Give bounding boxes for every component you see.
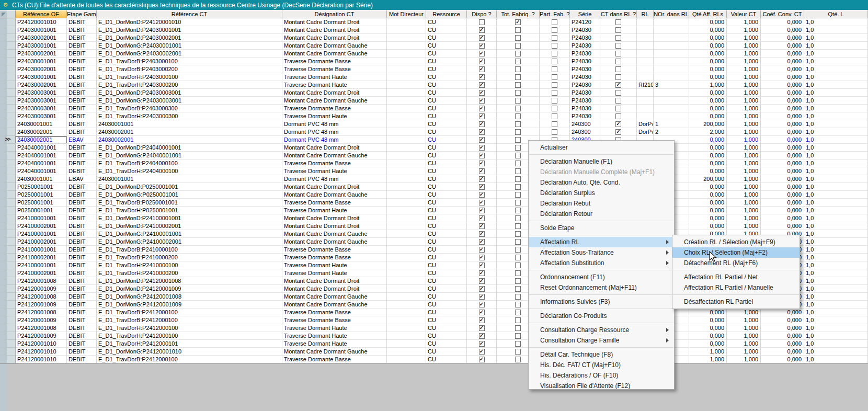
tot_fabriq-checkbox[interactable]	[515, 27, 521, 33]
table-row[interactable]: P24030001001DEBITE_D1_TravDorB:P24030001…	[0, 58, 868, 65]
dispo-checkbox[interactable]	[479, 349, 485, 355]
tot_fabriq-checkbox[interactable]	[515, 106, 521, 111]
menu-item-visualisation-file-d-attente-f12[interactable]: Visualisation File d'Attente (F12)	[529, 381, 674, 390]
dispo-checkbox[interactable]	[479, 302, 485, 307]
tot_fabriq-checkbox[interactable]	[515, 239, 521, 245]
tot_fabriq-checkbox[interactable]	[515, 349, 521, 355]
table-row[interactable]: P24030003001DEBITE_D1_DorMonD:P240300030…	[0, 89, 868, 97]
part_fab-checkbox[interactable]	[552, 27, 557, 33]
dispo-checkbox[interactable]	[479, 35, 485, 41]
table-row[interactable]: P24120001009DEBITE_D1_TravDorB:P24120001…	[0, 316, 868, 324]
menu-item-informations-suivies-f3[interactable]: Informations Suivies (F3)	[529, 296, 674, 307]
ct_dans_rl-checkbox[interactable]	[615, 129, 621, 135]
tot_fabriq-checkbox[interactable]	[515, 184, 521, 190]
dispo-checkbox[interactable]	[479, 200, 485, 206]
table-row[interactable]: P24120001010DEBITE_D1_TravDorH:P24120001…	[0, 340, 868, 348]
table-row[interactable]: P24030003001DEBITE_D1_DorMonG:P240300030…	[0, 97, 868, 105]
table-row[interactable]: P24120001008DEBITE_D1_TravDorB:P24120001…	[0, 309, 868, 316]
menu-item-affectation-rl[interactable]: Affectation RL	[529, 237, 674, 247]
tot_fabriq-checkbox[interactable]	[515, 98, 521, 104]
table-row[interactable]: P24030003001DEBITE_D1_TravDorH:P24030003…	[0, 112, 868, 120]
tot_fabriq-checkbox[interactable]	[515, 255, 521, 260]
column-header-designation_ct[interactable]: Désignation CT	[282, 10, 387, 18]
submenu-item-affectation-rl-partiel-manuelle[interactable]: Affectation RL Partiel / Manuelle	[672, 282, 800, 293]
dispo-checkbox[interactable]	[479, 106, 485, 111]
ct_dans_rl-checkbox[interactable]	[615, 113, 621, 119]
menu-item-declaration-retour[interactable]: Déclaration Retour	[529, 209, 674, 219]
part_fab-checkbox[interactable]	[552, 121, 557, 127]
ct_dans_rl-checkbox[interactable]	[615, 74, 621, 80]
dispo-checkbox[interactable]	[479, 333, 485, 339]
menu-item-declaration-surplus[interactable]: Déclaration Surplus	[529, 188, 674, 198]
menu-item-affectation-substitution[interactable]: Affectation Substitution	[529, 258, 674, 268]
select-all-header[interactable]	[0, 10, 16, 18]
ct_dans_rl-checkbox[interactable]	[615, 19, 621, 25]
table-row[interactable]: P24030003001DEBITE_D1_TravDorB:P24030003…	[0, 105, 868, 112]
menu-item-declaration-co-produits[interactable]: Déclaration Co-Produits	[529, 311, 674, 321]
dispo-checkbox[interactable]	[479, 121, 485, 127]
table-row[interactable]: P24120001009DEBITE_D1_TravDorH:P24120001…	[0, 332, 868, 340]
dispo-checkbox[interactable]	[479, 239, 485, 245]
dispo-checkbox[interactable]	[479, 19, 485, 25]
tot_fabriq-checkbox[interactable]	[515, 286, 521, 292]
tot_fabriq-checkbox[interactable]	[515, 317, 521, 323]
menu-item-ordonnancement-f11[interactable]: Ordonnancement (F11)	[529, 272, 674, 282]
menu-item-declaration-auto-qte-cond[interactable]: Déclaration Auto. Qté. Cond.	[529, 177, 674, 188]
tot_fabriq-checkbox[interactable]	[515, 19, 521, 25]
ct_dans_rl-checkbox[interactable]	[615, 90, 621, 96]
dispo-checkbox[interactable]	[479, 59, 485, 64]
tot_fabriq-checkbox[interactable]	[515, 223, 521, 229]
dispo-checkbox[interactable]	[479, 145, 485, 151]
dispo-checkbox[interactable]	[479, 278, 485, 284]
column-header-rl[interactable]: RL	[637, 10, 654, 18]
dispo-checkbox[interactable]	[479, 262, 485, 268]
menu-item-detail-car-technique-f8[interactable]: Détail Car. Technique (F8)	[529, 349, 674, 360]
tot_fabriq-checkbox[interactable]	[515, 310, 521, 315]
dispo-checkbox[interactable]	[479, 27, 485, 33]
tot_fabriq-checkbox[interactable]	[515, 247, 521, 253]
tot_fabriq-checkbox[interactable]	[515, 341, 521, 347]
column-header-tot_fabriq[interactable]: Tot. Fabriq. ?	[497, 10, 540, 18]
tot_fabriq-checkbox[interactable]	[515, 294, 521, 300]
dispo-checkbox[interactable]	[479, 98, 485, 104]
dispo-checkbox[interactable]	[479, 153, 485, 158]
dispo-checkbox[interactable]	[479, 90, 485, 96]
table-row[interactable]: P24030001001DEBITE_D1_DorMonG:P240300010…	[0, 42, 868, 50]
dispo-checkbox[interactable]	[479, 231, 485, 237]
column-header-ref_of[interactable]: Référence OF	[16, 10, 67, 18]
ct_dans_rl-checkbox[interactable]	[615, 51, 621, 56]
submenu-item-choix-rl-selection-maj-f2[interactable]: Choix RL / Sélection (Maj+F2)	[672, 247, 800, 258]
table-row[interactable]: 24030001001EBAV24030001001Dormant PVC 48…	[0, 175, 868, 183]
menu-item-his-dec-fat-ct-maj-f10[interactable]: His. Déc. FAT/ CT (Maj+F10)	[529, 360, 674, 370]
table-row[interactable]: 24030001001DEBIT24030001001Dormant PVC 4…	[0, 120, 868, 128]
tot_fabriq-checkbox[interactable]	[515, 137, 521, 143]
table-row[interactable]: 24030002001DEBIT24030002001Dormant PVC 4…	[0, 128, 868, 136]
dispo-checkbox[interactable]	[479, 66, 485, 72]
ct_dans_rl-checkbox[interactable]	[615, 35, 621, 41]
table-row[interactable]: P0250001001DEBITE_D1_TravDorB:P025000100…	[0, 199, 868, 207]
tot_fabriq-checkbox[interactable]	[515, 51, 521, 56]
table-row[interactable]: P24040001001DEBITE_D1_TravDorB:P24040001…	[0, 159, 868, 167]
dispo-checkbox[interactable]	[479, 161, 485, 166]
tot_fabriq-checkbox[interactable]	[515, 325, 521, 331]
part_fab-checkbox[interactable]	[552, 113, 557, 119]
menu-item-reset-ordonnancement-maj-f11[interactable]: Reset Ordonnancement (Maj+F11)	[529, 282, 674, 293]
tot_fabriq-checkbox[interactable]	[515, 231, 521, 237]
dispo-checkbox[interactable]	[479, 113, 485, 119]
tot_fabriq-checkbox[interactable]	[515, 215, 521, 221]
submenu-item-affectation-rl-partiel-net[interactable]: Affectation RL Partiel / Net	[672, 272, 800, 282]
column-header-dispo[interactable]: Dispo ?	[467, 10, 497, 18]
table-row-selected[interactable]: >>24030002001EBAV24030002001Dormant PVC …	[0, 136, 868, 144]
table-row[interactable]: P24030002001DEBITE_D1_DorMonD:P240300020…	[0, 34, 868, 42]
table-row[interactable]: P24030002001DEBITE_D1_TravDorB:P24030002…	[0, 65, 868, 73]
dispo-checkbox[interactable]	[479, 51, 485, 56]
dispo-checkbox[interactable]	[479, 137, 485, 143]
table-row[interactable]: P24030001001DEBITE_D1_DorMonD:P240300010…	[0, 26, 868, 34]
column-header-qte_l[interactable]: Qté. L	[804, 10, 868, 18]
column-header-ressource[interactable]: Ressource	[426, 10, 467, 18]
tot_fabriq-checkbox[interactable]	[515, 74, 521, 80]
dispo-checkbox[interactable]	[479, 82, 485, 88]
table-row[interactable]: P24040001001DEBITE_D1_DorMonG:P240400010…	[0, 152, 868, 159]
part_fab-checkbox[interactable]	[552, 129, 557, 135]
ct_dans_rl-checkbox[interactable]	[615, 106, 621, 111]
